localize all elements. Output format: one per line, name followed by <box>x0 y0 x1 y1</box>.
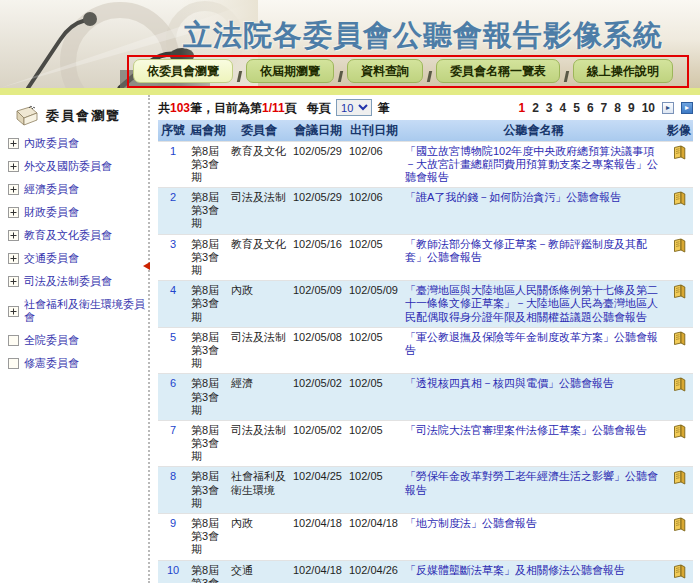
row-session: 第8屆第3會期 <box>188 234 228 281</box>
report-title-link[interactable]: 「透視核四真相－核四與電價」公聽會報告 <box>405 377 614 389</box>
page-number-link[interactable]: 3 <box>546 101 553 115</box>
tab-separator <box>237 71 242 82</box>
nav-tab[interactable]: 依委員會瀏覽 <box>133 59 233 83</box>
committee-sidebar: 委員會瀏覽 內政委員會 <box>0 95 150 583</box>
page-number-link[interactable]: 8 <box>614 101 621 115</box>
row-committee: 交通 <box>228 560 290 583</box>
report-title-link[interactable]: 「勞保年金改革對勞工老年經濟生活之影響」公聽會報告 <box>405 470 658 495</box>
row-session: 第8屆第3會期 <box>188 467 228 514</box>
sidebar-committee-link[interactable]: 社會福利及衛生環境委員會 <box>8 298 148 324</box>
row-number: 10 <box>158 560 188 583</box>
row-meeting-date: 102/05/16 <box>290 234 346 281</box>
expand-box-icon[interactable] <box>8 161 19 172</box>
row-meeting-date: 102/05/29 <box>290 188 346 235</box>
sidebar-committee-link[interactable]: 財政委員會 <box>8 206 148 219</box>
row-meeting-date: 102/05/08 <box>290 327 346 374</box>
report-title-link[interactable]: 「臺灣地區與大陸地區人民關係條例第十七條及第二十一條條文修正草案」－大陸地區人民… <box>405 284 658 322</box>
expand-box-icon[interactable] <box>8 306 19 317</box>
page-number-link[interactable]: 1 <box>518 101 525 115</box>
sidebar-committee-link[interactable]: 司法及法制委員會 <box>8 275 148 288</box>
committee-name: 內政委員會 <box>24 137 79 150</box>
nav-tab[interactable]: 資料查詢 <box>347 59 423 83</box>
hearing-report-table: 序號 屆會期 委員會 會議日期 出刊日期 公聽會名稱 影像 1 第8屆第3會期 … <box>158 120 693 583</box>
book-icon[interactable] <box>673 424 686 439</box>
row-session: 第8屆第3會期 <box>188 420 228 467</box>
table-row: 10 第8屆第3會期 交通 102/04/18 102/04/26 「反媒體壟斷… <box>158 560 693 583</box>
book-icon[interactable] <box>673 331 686 346</box>
table-row: 4 第8屆第3會期 內政 102/05/09 102/05/09 「臺灣地區與大… <box>158 281 693 328</box>
committee-list: 內政委員會 外交及國防委員會 <box>8 137 148 370</box>
report-title-link[interactable]: 「誰A了我的錢－如何防治貪污」公聽會報告 <box>405 191 621 203</box>
nav-tab[interactable]: 依屆期瀏覽 <box>246 59 334 83</box>
sidebar-committee-link[interactable]: 經濟委員會 <box>8 183 148 196</box>
per-page-select[interactable]: 10 <box>336 99 372 116</box>
expand-box-icon[interactable] <box>8 184 19 195</box>
row-meeting-date: 102/05/29 <box>290 141 346 188</box>
book-icon[interactable] <box>673 238 686 253</box>
row-committee: 司法及法制 <box>228 188 290 235</box>
page-number-link[interactable]: 4 <box>560 101 567 115</box>
sidebar-committee-link[interactable]: 內政委員會 <box>8 137 148 150</box>
nav-tab-label: 線上操作說明 <box>587 63 659 80</box>
book-icon[interactable] <box>673 145 686 160</box>
page-header: 立法院各委員會公聽會報告影像系統 依委員會瀏覽 依屆期瀏覽 資料查詢 委員會名稱… <box>0 0 700 88</box>
sidebar-title: 委員會瀏覽 <box>46 107 121 125</box>
report-title-link[interactable]: 「司法院大法官審理案件法修正草案」公聽會報告 <box>405 424 647 436</box>
last-page-button[interactable]: ▸ <box>681 102 693 114</box>
row-committee: 司法及法制 <box>228 420 290 467</box>
sidebar-committee-link[interactable]: 教育及文化委員會 <box>8 229 148 242</box>
row-committee: 經濟 <box>228 374 290 421</box>
row-number: 2 <box>158 188 188 235</box>
sidebar-committee-link[interactable]: 全院委員會 <box>8 334 148 347</box>
expand-box-icon[interactable] <box>8 358 19 369</box>
expand-box-icon[interactable] <box>8 253 19 264</box>
tab-separator <box>564 71 569 82</box>
page-number-link[interactable]: 6 <box>587 101 594 115</box>
table-row: 3 第8屆第3會期 教育及文化 102/05/16 102/05 「教師法部分條… <box>158 234 693 281</box>
next-pages-button[interactable]: ▸ <box>662 102 674 114</box>
book-icon[interactable] <box>673 377 686 392</box>
sidebar-committee-link[interactable]: 外交及國防委員會 <box>8 160 148 173</box>
report-title-link[interactable]: 「反媒體壟斷法草案」及相關修法公聽會報告 <box>405 564 625 576</box>
committee-name: 交通委員會 <box>24 252 79 265</box>
sidebar-committee-link[interactable]: 修憲委員會 <box>8 357 148 370</box>
book-icon[interactable] <box>673 191 686 206</box>
row-session: 第8屆第3會期 <box>188 374 228 421</box>
row-number: 7 <box>158 420 188 467</box>
row-session: 第8屆第3會期 <box>188 327 228 374</box>
book-icon[interactable] <box>673 517 686 532</box>
nav-tab-label: 依委員會瀏覽 <box>147 63 219 80</box>
expand-box-icon[interactable] <box>8 335 19 346</box>
nav-tab-label: 依屆期瀏覽 <box>260 63 320 80</box>
nav-tab[interactable]: 線上操作說明 <box>573 59 673 83</box>
table-row: 1 第8屆第3會期 教育及文化 102/05/29 102/06 「國立故宮博物… <box>158 141 693 188</box>
expand-box-icon[interactable] <box>8 276 19 287</box>
main-nav: 依委員會瀏覽 依屆期瀏覽 資料查詢 委員會名稱一覽表 線上操作說明 <box>127 55 689 88</box>
book-icon[interactable] <box>673 470 686 485</box>
page-number-link[interactable]: 2 <box>532 101 539 115</box>
expand-box-icon[interactable] <box>8 230 19 241</box>
page-number-link[interactable]: 7 <box>601 101 608 115</box>
table-row: 2 第8屆第3會期 司法及法制 102/05/29 102/06 「誰A了我的錢… <box>158 188 693 235</box>
expand-box-icon[interactable] <box>8 138 19 149</box>
sidebar-committee-link[interactable]: 交通委員會 <box>8 252 148 265</box>
report-title-link[interactable]: 「地方制度法」公聽會報告 <box>405 517 537 529</box>
row-committee: 社會福利及衛生環境 <box>228 467 290 514</box>
book-icon[interactable] <box>673 564 686 579</box>
expand-box-icon[interactable] <box>8 207 19 218</box>
col-header-title: 公聽會名稱 <box>402 120 665 142</box>
book-icon[interactable] <box>673 284 686 299</box>
page-number-link[interactable]: 5 <box>573 101 580 115</box>
row-publish-date: 102/04/18 <box>346 514 402 561</box>
page-number-link[interactable]: 10 <box>642 101 655 115</box>
table-row: 8 第8屆第3會期 社會福利及衛生環境 102/04/25 102/05 「勞保… <box>158 467 693 514</box>
report-title-link[interactable]: 「國立故宮博物院102年度中央政府總預算決議事項－大故宮計畫總顧問費用預算動支案… <box>405 145 658 183</box>
row-meeting-date: 102/04/18 <box>290 560 346 583</box>
report-title-link[interactable]: 「軍公教退撫及保險等年金制度改革方案」公聽會報告 <box>405 331 658 356</box>
page-number-link[interactable]: 9 <box>628 101 635 115</box>
committee-name: 修憲委員會 <box>24 357 79 370</box>
report-title-link[interactable]: 「教師法部分條文修正草案－教師評鑑制度及其配套」公聽會報告 <box>405 238 647 263</box>
row-meeting-date: 102/04/25 <box>290 467 346 514</box>
nav-tab[interactable]: 委員會名稱一覽表 <box>436 59 560 83</box>
row-publish-date: 102/05 <box>346 374 402 421</box>
